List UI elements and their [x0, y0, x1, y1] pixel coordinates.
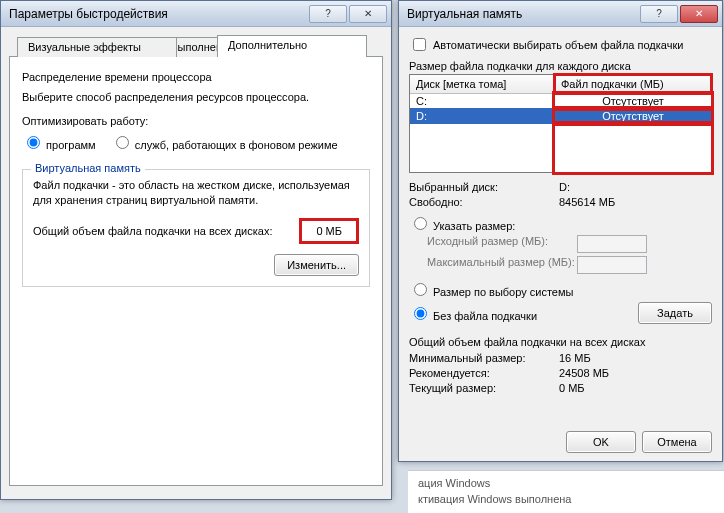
auto-manage-checkbox[interactable]: Автоматически выбирать объем файла подка… — [409, 35, 712, 54]
help-button[interactable]: ? — [640, 5, 678, 23]
activation-status: ктивация Windows выполнена — [418, 493, 714, 505]
dialog-buttons: OK Отмена — [566, 431, 712, 453]
radio-none-input[interactable] — [414, 307, 427, 320]
radio-services-input[interactable] — [116, 136, 129, 149]
selected-disk-value: D: — [559, 181, 570, 193]
activation-heading: ация Windows — [418, 477, 714, 489]
sched-heading: Распределение времени процессора — [22, 71, 370, 83]
sched-optimize-label: Оптимизировать работу: — [22, 115, 370, 127]
activation-panel-fragment: ация Windows ктивация Windows выполнена — [408, 470, 724, 513]
help-button[interactable]: ? — [309, 5, 347, 23]
vm-total-row: Общий объем файла подкачки на всех диска… — [33, 218, 359, 244]
auto-manage-input[interactable] — [413, 38, 426, 51]
performance-options-window: Параметры быстродействия ? ✕ Предотвраще… — [0, 0, 392, 500]
initial-size-input — [577, 235, 647, 253]
radio-custom-input[interactable] — [414, 217, 427, 230]
radio-services[interactable]: служб, работающих в фоновом режиме — [111, 139, 338, 151]
tabpane-advanced: Распределение времени процессора Выберит… — [9, 56, 383, 486]
radio-custom[interactable]: Указать размер: — [409, 214, 712, 232]
tab-advanced[interactable]: Дополнительно — [217, 35, 367, 57]
set-button[interactable]: Задать — [638, 302, 712, 324]
max-size-label: Максимальный размер (МБ): — [427, 256, 577, 274]
radio-system[interactable]: Размер по выбору системы — [409, 280, 712, 298]
size-each-label: Размер файла подкачки для каждого диска — [409, 60, 712, 72]
min-label: Минимальный размер: — [409, 352, 559, 364]
cell-d-drive: D: — [410, 109, 555, 123]
close-button[interactable]: ✕ — [349, 5, 387, 23]
cur-value: 0 МБ — [559, 382, 585, 394]
min-value: 16 МБ — [559, 352, 591, 364]
radio-none[interactable]: Без файла подкачки — [409, 304, 638, 322]
change-button[interactable]: Изменить... — [274, 254, 359, 276]
cancel-button[interactable]: Отмена — [642, 431, 712, 453]
window-title: Параметры быстродействия — [9, 7, 168, 21]
sched-radio-row: программ служб, работающих в фоновом реж… — [22, 133, 370, 151]
client-area: Предотвращение выполнения данных Визуаль… — [1, 27, 391, 494]
col-drive[interactable]: Диск [метка тома] — [410, 75, 555, 93]
radio-programs[interactable]: программ — [22, 139, 96, 151]
disk-table-header: Диск [метка тома] Файл подкачки (МБ) — [410, 75, 711, 94]
fieldset-virtual-memory: Виртуальная память Файл подкачки - это о… — [22, 169, 370, 287]
free-label: Свободно: — [409, 196, 559, 208]
col-pagefile[interactable]: Файл подкачки (МБ) — [555, 75, 711, 93]
rec-value: 24508 МБ — [559, 367, 609, 379]
cur-label: Текущий размер: — [409, 382, 559, 394]
client-area: Автоматически выбирать объем файла подка… — [399, 27, 722, 461]
sched-text: Выберите способ распределения ресурсов п… — [22, 91, 370, 103]
radio-programs-input[interactable] — [27, 136, 40, 149]
vm-description: Файл подкачки - это область на жестком д… — [33, 178, 359, 208]
vm-total-value: 0 МБ — [299, 218, 359, 244]
total-heading: Общий объем файла подкачки на всех диска… — [409, 336, 712, 348]
disk-table-body: C: Отсутствует D: Отсутствует — [410, 94, 711, 172]
virtual-memory-window: Виртуальная память ? ✕ Автоматически выб… — [398, 0, 723, 462]
initial-size-label: Исходный размер (МБ): — [427, 235, 577, 253]
selected-disk-label: Выбранный диск: — [409, 181, 559, 193]
cell-c-drive[interactable]: C: — [410, 94, 555, 108]
cell-c-pf: Отсутствует — [555, 94, 711, 108]
ok-button[interactable]: OK — [566, 431, 636, 453]
free-value: 845614 МБ — [559, 196, 615, 208]
vm-legend: Виртуальная память — [31, 162, 145, 174]
disk-table: Диск [метка тома] Файл подкачки (МБ) C: … — [409, 74, 712, 173]
cell-d-pf: Отсутствует — [555, 109, 711, 123]
close-button[interactable]: ✕ — [680, 5, 718, 23]
radio-system-input[interactable] — [414, 283, 427, 296]
titlebar-vm[interactable]: Виртуальная память ? ✕ — [399, 1, 722, 27]
table-row-selected[interactable]: D: Отсутствует — [410, 108, 711, 124]
vm-total-label: Общий объем файла подкачки на всех диска… — [33, 225, 291, 237]
tab-visual[interactable]: Визуальные эффекты — [17, 37, 177, 57]
max-size-input — [577, 256, 647, 274]
section-processor-sched: Распределение времени процессора Выберит… — [22, 71, 370, 151]
window-title: Виртуальная память — [407, 7, 522, 21]
tabstrip: Предотвращение выполнения данных Визуаль… — [9, 35, 383, 57]
rec-label: Рекомендуется: — [409, 367, 559, 379]
titlebar-performance[interactable]: Параметры быстродействия ? ✕ — [1, 1, 391, 27]
